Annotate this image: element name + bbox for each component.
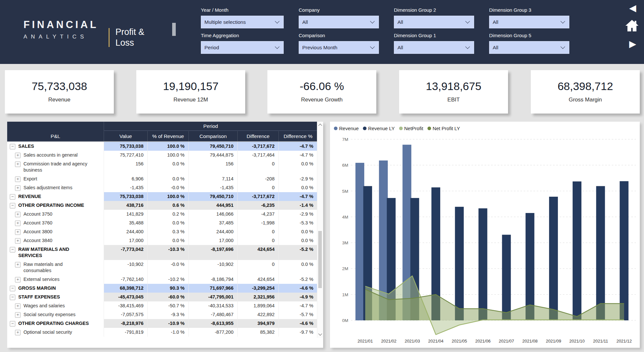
expand-icon[interactable]: + <box>15 330 21 335</box>
value-cell: 79,450,710 <box>188 142 237 151</box>
collapse-icon[interactable]: − <box>10 321 15 327</box>
column-header-difference[interactable]: Difference <box>237 131 278 141</box>
legend-item[interactable]: Revenue <box>334 126 359 131</box>
home-icon[interactable] <box>624 18 639 33</box>
legend-item[interactable]: NetProfit <box>399 126 423 131</box>
column-header-value[interactable]: Value <box>104 131 147 141</box>
value-cell: -4.6 % <box>278 319 317 328</box>
expand-icon[interactable]: + <box>15 153 21 158</box>
revenue-ly-bar[interactable] <box>596 186 605 320</box>
kpi-label: EBIT <box>399 97 508 103</box>
filter-label: Dimension Group 1 <box>394 33 474 38</box>
collapse-icon[interactable]: − <box>10 295 15 300</box>
expand-icon[interactable]: + <box>15 221 21 226</box>
table-row[interactable]: −STAFF EXPENSES-45,473,045-60.0 %-47,795… <box>7 293 317 301</box>
value-cell: 0 <box>237 260 278 275</box>
scroll-up-icon[interactable] <box>318 124 322 127</box>
table-row[interactable]: −SALES75,733,038100.0 %79,450,710-3,717,… <box>7 142 317 151</box>
company-dropdown[interactable]: All <box>299 16 379 28</box>
column-header-pct-revenue[interactable]: % of Revenue <box>147 131 188 141</box>
table-row[interactable]: +Commission trade and agency business156… <box>7 160 317 175</box>
comparison-dropdown[interactable]: Previous Month <box>299 41 379 54</box>
table-row[interactable]: −RAW MATERIALS AND SERVICES-7,773,042-10… <box>7 245 317 260</box>
scroll-down-icon[interactable] <box>318 332 322 335</box>
row-label-cell: −REVENUE <box>7 192 104 201</box>
revenue-ly-bar[interactable] <box>478 208 487 320</box>
table-row[interactable]: +Account 3750141,8290.2 %146,066-4,237-2… <box>7 210 317 219</box>
table-row[interactable]: −OTHER OPERATING INCOME438,7160.6 %444,9… <box>7 201 317 210</box>
value-cell: -7,480,467 <box>188 310 237 319</box>
revenue-netprofit-chart[interactable]: 0M1M2M3M4M5M6M7M2021/012021/022021/03202… <box>330 122 640 348</box>
table-row[interactable]: +Account 384017,0000.0 %17,00000.0 % <box>7 236 317 245</box>
collapse-icon[interactable]: − <box>10 203 15 208</box>
panel-handle[interactable] <box>172 23 176 36</box>
table-row[interactable]: +External services-7,762,140-10.2 %-8,18… <box>7 275 317 284</box>
column-header-pl[interactable]: P&L <box>7 131 104 141</box>
expand-icon[interactable]: + <box>15 161 21 167</box>
kpi-label: Revenue <box>5 97 114 103</box>
kpi-card-revenue-12m: 19,190,157 Revenue 12M <box>136 70 245 114</box>
revenue-ly-bar[interactable] <box>526 213 534 320</box>
table-row[interactable]: −GROSS MARGIN68,398,71290.3 %71,697,966-… <box>7 284 317 293</box>
dimension-group-1-dropdown[interactable]: All <box>394 41 474 54</box>
table-row[interactable]: +Optional social security-791,819-1.0 %-… <box>7 328 317 337</box>
dimension-group-5-dropdown[interactable]: All <box>489 41 569 54</box>
table-row[interactable]: +Wages and salaries-38,415,469-50.7 %-40… <box>7 301 317 310</box>
revenue-ly-bar[interactable] <box>573 181 581 320</box>
forward-icon[interactable]: ▶ <box>629 38 636 49</box>
time-aggregation-dropdown[interactable]: Period <box>201 41 284 54</box>
dimension-group-3-dropdown[interactable]: All <box>489 16 569 28</box>
table-row[interactable]: +Account 376035,4880.0 %37,485-1,998-5.3… <box>7 219 317 227</box>
expand-icon[interactable]: + <box>15 185 21 191</box>
expand-icon[interactable]: + <box>15 312 21 318</box>
collapse-icon[interactable]: − <box>10 144 15 149</box>
expand-icon[interactable]: + <box>15 303 21 309</box>
row-label: Account 3840 <box>23 237 52 244</box>
expand-icon[interactable]: + <box>15 262 21 268</box>
table-row[interactable]: +Sales adjustment items-1,435-0.0 %-1,43… <box>7 183 317 192</box>
collapse-icon[interactable]: − <box>10 247 15 253</box>
revenue-ly-bar[interactable] <box>455 207 464 320</box>
table-row[interactable]: +Raw materials and consumables-10,902-0.… <box>7 260 317 275</box>
expand-icon[interactable]: + <box>15 229 21 235</box>
x-axis-label: 2021/06 <box>475 339 490 344</box>
table-scrollbar[interactable] <box>317 122 323 338</box>
expand-icon[interactable]: + <box>15 277 21 283</box>
revenue-chart-panel: 0M1M2M3M4M5M6M7M2021/012021/022021/03202… <box>330 122 640 348</box>
expand-icon[interactable]: + <box>15 176 21 182</box>
table-row[interactable]: +Account 3800244,4000.3 %244,40000.0 % <box>7 227 317 236</box>
revenue-bar[interactable] <box>355 163 364 320</box>
table-row[interactable]: −OTHER OPERATING CHARGES-8,218,976-10.9 … <box>7 319 317 328</box>
value-cell: 0 <box>237 236 278 245</box>
table-row[interactable]: +Sales accounts in general75,727,410100.… <box>7 151 317 160</box>
value-cell: 90.3 % <box>147 284 188 293</box>
x-axis-label: 2021/07 <box>499 339 514 344</box>
value-cell: 75,733,038 <box>104 142 147 151</box>
value-cell: 0 <box>237 160 278 175</box>
value-cell: -10.3 % <box>147 245 188 260</box>
value-cell: -3,299,254 <box>237 284 278 293</box>
row-label-cell: +Raw materials and consumables <box>7 260 104 275</box>
expand-icon[interactable]: + <box>15 238 21 244</box>
value-cell: -9.7 % <box>278 328 317 337</box>
column-header-difference-pct[interactable]: Difference % <box>278 131 317 141</box>
scrollbar-thumb[interactable] <box>318 231 322 288</box>
legend-item[interactable]: Net Profit LY <box>427 126 460 131</box>
filter-dimension-group-1: Dimension Group 1 All <box>394 33 474 54</box>
table-row[interactable]: −REVENUE75,733,038100.0 %79,450,710-3,71… <box>7 192 317 201</box>
year-month-dropdown[interactable]: Multiple selections <box>201 16 284 28</box>
dimension-group-2-dropdown[interactable]: All <box>394 16 474 28</box>
collapse-icon[interactable]: − <box>10 194 15 200</box>
collapse-icon[interactable]: − <box>10 286 15 291</box>
pl-table: Period P&L Value % of Revenue Comparison… <box>7 122 323 348</box>
revenue-ly-bar[interactable] <box>620 181 628 320</box>
value-cell: 0.3 % <box>147 227 188 236</box>
legend-item[interactable]: Revenue LY <box>363 126 395 131</box>
revenue-ly-bar[interactable] <box>549 197 558 320</box>
table-row[interactable]: +Social security expenses-7,057,575-9.3 … <box>7 310 317 319</box>
table-row[interactable]: +Export6,9060.0 %7,114-208-2.9 % <box>7 175 317 183</box>
back-icon[interactable]: ◀ <box>629 3 636 13</box>
column-header-comparison[interactable]: Comparison <box>188 131 237 141</box>
expand-icon[interactable]: + <box>15 212 21 217</box>
revenue-ly-bar[interactable] <box>502 235 511 320</box>
